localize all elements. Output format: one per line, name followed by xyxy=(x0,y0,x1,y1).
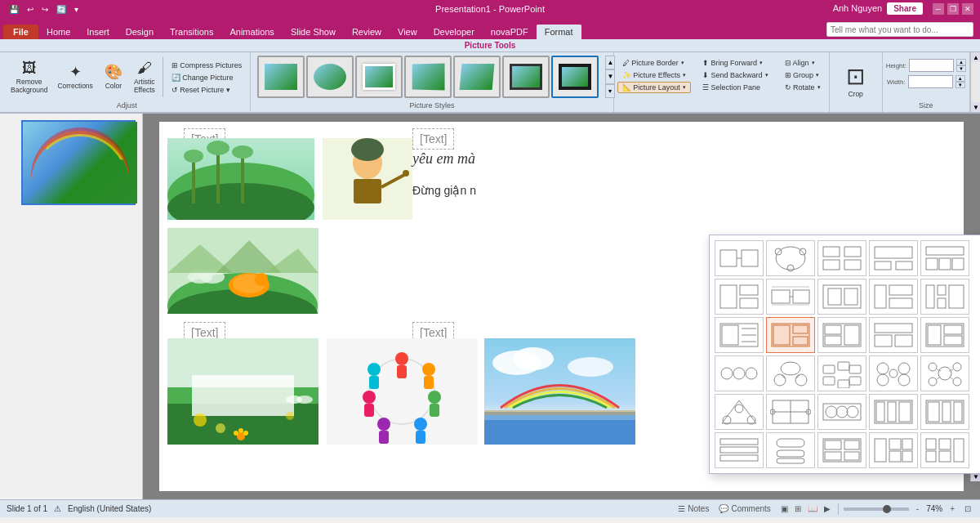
layout-item-14[interactable] xyxy=(869,317,918,353)
tab-design[interactable]: Design xyxy=(118,25,162,39)
save-button[interactable]: 💾 xyxy=(7,4,21,15)
tab-review[interactable]: Review xyxy=(344,25,390,39)
redo-button[interactable]: ↪ xyxy=(39,4,51,15)
layout-item-5[interactable] xyxy=(920,240,969,276)
tab-transitions[interactable]: Transitions xyxy=(162,25,221,39)
layout-item-29[interactable] xyxy=(869,432,918,468)
tab-view[interactable]: View xyxy=(390,25,425,39)
slide-thumbnail[interactable] xyxy=(21,120,136,205)
layout-item-27[interactable] xyxy=(766,432,815,468)
zoom-in-button[interactable]: + xyxy=(947,503,957,514)
corrections-button[interactable]: ✦ Corrections xyxy=(53,61,96,93)
tab-home[interactable]: Home xyxy=(38,25,78,39)
layout-item-7[interactable] xyxy=(766,279,815,315)
close-button[interactable]: ✕ xyxy=(962,3,973,15)
layout-item-16[interactable] xyxy=(715,355,764,391)
layout-item-26[interactable] xyxy=(715,432,764,468)
tab-format[interactable]: Format xyxy=(537,23,581,39)
slide-sorter-button[interactable]: ⊞ xyxy=(792,503,804,514)
change-picture-button[interactable]: 🔄 Change Picture xyxy=(167,72,247,83)
layout-item-6[interactable] xyxy=(715,279,764,315)
layout-item-10[interactable] xyxy=(920,279,969,315)
ribbon-scroll-down[interactable]: ▼ xyxy=(971,102,980,112)
layout-item-4[interactable] xyxy=(869,240,918,276)
style-item-2[interactable] xyxy=(306,56,354,98)
artistic-effects-button[interactable]: 🖌 ArtisticEffects xyxy=(130,57,159,97)
customize-qat-button[interactable]: ▾ xyxy=(72,4,81,15)
minimize-button[interactable]: ─ xyxy=(933,3,944,15)
canvas-image-char[interactable] xyxy=(323,138,412,220)
height-input[interactable] xyxy=(909,59,954,72)
canvas-image-people[interactable] xyxy=(327,338,478,445)
layout-item-19[interactable] xyxy=(869,355,918,391)
layout-item-18[interactable] xyxy=(817,355,866,391)
style-item-6[interactable] xyxy=(502,56,550,98)
layout-item-23[interactable] xyxy=(817,394,866,430)
crop-button[interactable]: ⊡ Crop xyxy=(835,57,876,106)
rotate-button[interactable]: ↻ Rotate ▾ xyxy=(780,82,826,93)
layout-item-1[interactable] xyxy=(715,240,764,276)
normal-view-button[interactable]: ▣ xyxy=(778,503,791,514)
restore-button[interactable]: ❐ xyxy=(947,3,959,15)
group-button[interactable]: ⊞ Group ▾ xyxy=(780,69,826,81)
layout-item-12-highlighted[interactable] xyxy=(766,317,815,353)
layout-item-9[interactable] xyxy=(869,279,918,315)
tab-animations[interactable]: Animations xyxy=(221,25,282,39)
color-button[interactable]: 🎨 Color xyxy=(99,61,128,93)
zoom-thumb[interactable] xyxy=(883,505,891,513)
comments-button[interactable]: 💬 Comments xyxy=(716,503,773,514)
style-item-3[interactable] xyxy=(355,56,403,98)
layout-item-17[interactable] xyxy=(766,355,815,391)
layout-item-13[interactable]: Picture Grid xyxy=(817,317,866,353)
tab-novapdf[interactable]: novaPDF xyxy=(483,25,537,39)
reading-view-button[interactable]: 📖 xyxy=(805,503,820,514)
ribbon-scroll-up[interactable]: ▲ xyxy=(971,52,980,62)
zoom-out-button[interactable]: - xyxy=(914,503,921,514)
tab-slideshow[interactable]: Slide Show xyxy=(283,25,344,39)
share-button[interactable]: Share xyxy=(887,2,923,15)
slideshow-button[interactable]: ▶ xyxy=(822,503,833,514)
layout-item-24[interactable] xyxy=(869,394,918,430)
layout-item-15[interactable] xyxy=(920,317,969,353)
layout-item-20[interactable] xyxy=(920,355,969,391)
width-spin-down[interactable]: ▼ xyxy=(956,82,965,88)
layout-item-22[interactable] xyxy=(766,394,815,430)
style-item-4[interactable] xyxy=(404,56,452,98)
layout-item-11[interactable] xyxy=(715,317,764,353)
selection-pane-button[interactable]: ☰ Selection Pane xyxy=(697,82,773,93)
layout-item-3[interactable] xyxy=(817,240,866,276)
reset-picture-button[interactable]: ↺ Reset Picture ▾ xyxy=(167,84,247,96)
layout-item-28[interactable] xyxy=(817,432,866,468)
tab-insert[interactable]: Insert xyxy=(78,25,118,39)
style-item-7[interactable] xyxy=(551,56,599,98)
picture-border-button[interactable]: 🖊 Picture Border ▾ xyxy=(617,57,691,69)
picture-layout-button[interactable]: 📐 Picture Layout ▾ xyxy=(617,82,691,93)
canvas-image-rainbow[interactable] xyxy=(484,338,635,445)
style-item-1[interactable] xyxy=(257,56,305,98)
bring-forward-button[interactable]: ⬆ Bring Forward ▾ xyxy=(697,57,773,69)
remove-background-button[interactable]: 🖼 RemoveBackground xyxy=(7,57,51,97)
canvas-image-4[interactable] xyxy=(167,338,318,445)
align-button[interactable]: ⊟ Align ▾ xyxy=(780,57,826,69)
undo-button[interactable]: ↩ xyxy=(24,4,36,15)
picture-effects-button[interactable]: ✨ Picture Effects ▾ xyxy=(617,69,691,81)
layout-item-25[interactable] xyxy=(920,394,969,430)
compress-pictures-button[interactable]: ⊞ Compress Pictures xyxy=(167,60,247,71)
style-item-5[interactable] xyxy=(453,56,501,98)
layout-item-2[interactable] xyxy=(766,240,815,276)
layout-item-8[interactable] xyxy=(817,279,866,315)
search-input[interactable] xyxy=(826,22,973,37)
height-spin-up[interactable]: ▲ xyxy=(956,59,966,65)
zoom-slider[interactable] xyxy=(844,507,909,511)
tab-file[interactable]: File xyxy=(3,25,38,39)
layout-item-30[interactable] xyxy=(920,432,969,468)
send-backward-button[interactable]: ⬇ Send Backward ▾ xyxy=(697,69,773,81)
canvas-image-3[interactable] xyxy=(167,228,318,314)
text-placeholder-2[interactable]: [Text] xyxy=(412,128,454,150)
repeat-button[interactable]: 🔄 xyxy=(54,4,69,15)
width-spin-up[interactable]: ▲ xyxy=(956,75,965,82)
canvas-image-1[interactable] xyxy=(167,138,314,220)
height-spin-down[interactable]: ▼ xyxy=(956,65,966,72)
width-input[interactable] xyxy=(908,75,953,88)
layout-item-21[interactable] xyxy=(715,394,764,430)
